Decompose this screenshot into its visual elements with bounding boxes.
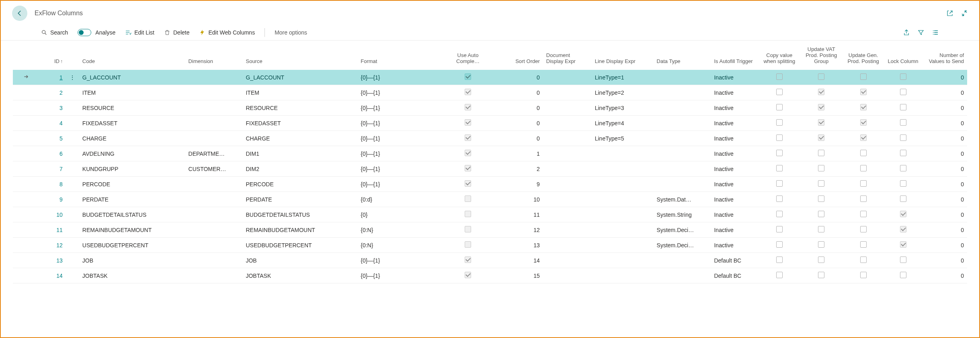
checkbox[interactable]	[776, 165, 783, 171]
cell-autofill[interactable]: Inactive	[711, 100, 759, 116]
cell-source[interactable]: FIXEDASSET	[242, 116, 357, 131]
checkbox[interactable]	[900, 211, 906, 217]
cell-code[interactable]: KUNDGRUPP	[79, 161, 185, 177]
cell-docexpr[interactable]	[543, 161, 592, 177]
cell-lineexpr[interactable]	[592, 192, 654, 207]
cell-datatype[interactable]: System.String	[654, 207, 711, 222]
row-menu-button[interactable]	[66, 116, 79, 131]
cell-updvat[interactable]	[799, 222, 843, 238]
cell-updgen[interactable]	[843, 207, 883, 222]
cell-autofill[interactable]: Inactive	[711, 238, 759, 253]
cell-updvat[interactable]	[799, 70, 843, 85]
cell-id[interactable]: 3	[39, 100, 66, 116]
cell-updgen[interactable]	[843, 131, 883, 146]
cell-id[interactable]: 14	[39, 268, 66, 283]
cell-sortorder[interactable]: 2	[490, 161, 543, 177]
cell-sortorder[interactable]: 11	[490, 207, 543, 222]
checkbox[interactable]	[860, 73, 867, 80]
cell-datatype[interactable]	[654, 253, 711, 268]
row-menu-button[interactable]	[66, 192, 79, 207]
cell-code[interactable]: JOBTASK	[79, 268, 185, 283]
cell-docexpr[interactable]	[543, 116, 592, 131]
col-source[interactable]: Source	[242, 41, 357, 70]
checkbox[interactable]	[860, 272, 867, 278]
checkbox[interactable]	[860, 150, 867, 156]
checkbox[interactable]	[900, 150, 906, 156]
cell-lock[interactable]	[883, 268, 923, 283]
cell-id[interactable]: 7	[39, 161, 66, 177]
cell-copysplit[interactable]	[759, 222, 799, 238]
cell-dimension[interactable]	[185, 70, 243, 85]
cell-updvat[interactable]	[799, 116, 843, 131]
delete-button[interactable]: Delete	[164, 29, 189, 36]
cell-numvals[interactable]: 0	[923, 207, 967, 222]
cell-dimension[interactable]	[185, 131, 243, 146]
table-row[interactable]: 10 BUDGETDETAILSTATUS BUDGETDETAILSTATUS…	[13, 207, 967, 222]
cell-autofill[interactable]: Inactive	[711, 177, 759, 192]
cell-dimension[interactable]	[185, 116, 243, 131]
cell-datatype[interactable]: System.Deci…	[654, 238, 711, 253]
col-datatype[interactable]: Data Type	[654, 41, 711, 70]
cell-autofill[interactable]: Inactive	[711, 85, 759, 100]
cell-source[interactable]: ITEM	[242, 85, 357, 100]
col-docexpr[interactable]: Document Display Expr	[543, 41, 592, 70]
cell-format[interactable]: {0:N}	[357, 238, 446, 253]
cell-docexpr[interactable]	[543, 238, 592, 253]
cell-docexpr[interactable]	[543, 177, 592, 192]
cell-lineexpr[interactable]	[592, 253, 654, 268]
cell-updgen[interactable]	[843, 116, 883, 131]
cell-id[interactable]: 10	[39, 207, 66, 222]
cell-dimension[interactable]	[185, 177, 243, 192]
col-copysplit[interactable]: Copy value when splitting	[759, 41, 799, 70]
cell-autofill[interactable]: Default BC	[711, 253, 759, 268]
table-row[interactable]: 2 ITEM ITEM {0}—{1} 0 LineType=2 Inactiv…	[13, 85, 967, 100]
checkbox[interactable]	[818, 257, 824, 263]
cell-updgen[interactable]	[843, 238, 883, 253]
cell-autofill[interactable]: Inactive	[711, 207, 759, 222]
table-row[interactable]: 14 JOBTASK JOBTASK {0}—{1} 15 Default BC…	[13, 268, 967, 283]
cell-lock[interactable]	[883, 100, 923, 116]
cell-datatype[interactable]	[654, 85, 711, 100]
cell-copysplit[interactable]	[759, 253, 799, 268]
checkbox[interactable]	[465, 165, 471, 171]
cell-lock[interactable]	[883, 85, 923, 100]
cell-lineexpr[interactable]: LineType=3	[592, 100, 654, 116]
cell-lock[interactable]	[883, 222, 923, 238]
cell-format[interactable]: {0}—{1}	[357, 100, 446, 116]
cell-format[interactable]: {0}—{1}	[357, 70, 446, 85]
table-row[interactable]: 8 PERCODE PERCODE {0}—{1} 9 Inactive 0	[13, 177, 967, 192]
cell-numvals[interactable]: 0	[923, 177, 967, 192]
checkbox[interactable]	[818, 226, 824, 232]
cell-autocomplete[interactable]	[446, 131, 490, 146]
checkbox[interactable]	[776, 150, 783, 156]
checkbox[interactable]	[900, 104, 906, 110]
cell-lock[interactable]	[883, 146, 923, 161]
cell-id[interactable]: 2	[39, 85, 66, 100]
cell-updvat[interactable]	[799, 161, 843, 177]
row-menu-button[interactable]	[66, 100, 79, 116]
checkbox[interactable]	[465, 272, 471, 278]
checkbox[interactable]	[776, 89, 783, 95]
cell-sortorder[interactable]: 13	[490, 238, 543, 253]
checkbox[interactable]	[776, 119, 783, 126]
checkbox[interactable]	[860, 211, 867, 217]
cell-code[interactable]: G_LACCOUNT	[79, 70, 185, 85]
cell-autocomplete[interactable]	[446, 85, 490, 100]
cell-id[interactable]: 1	[39, 70, 66, 85]
cell-updvat[interactable]	[799, 100, 843, 116]
checkbox[interactable]	[900, 272, 906, 278]
cell-autofill[interactable]: Inactive	[711, 222, 759, 238]
cell-docexpr[interactable]	[543, 70, 592, 85]
cell-updgen[interactable]	[843, 177, 883, 192]
cell-copysplit[interactable]	[759, 268, 799, 283]
checkbox[interactable]	[776, 73, 783, 80]
checkbox[interactable]	[818, 119, 824, 126]
cell-autocomplete[interactable]	[446, 207, 490, 222]
cell-docexpr[interactable]	[543, 131, 592, 146]
cell-copysplit[interactable]	[759, 131, 799, 146]
cell-updgen[interactable]	[843, 70, 883, 85]
checkbox[interactable]	[465, 195, 471, 202]
cell-source[interactable]: REMAINBUDGETAMOUNT	[242, 222, 357, 238]
cell-source[interactable]: USEDBUDGETPERCENT	[242, 238, 357, 253]
cell-updvat[interactable]	[799, 238, 843, 253]
